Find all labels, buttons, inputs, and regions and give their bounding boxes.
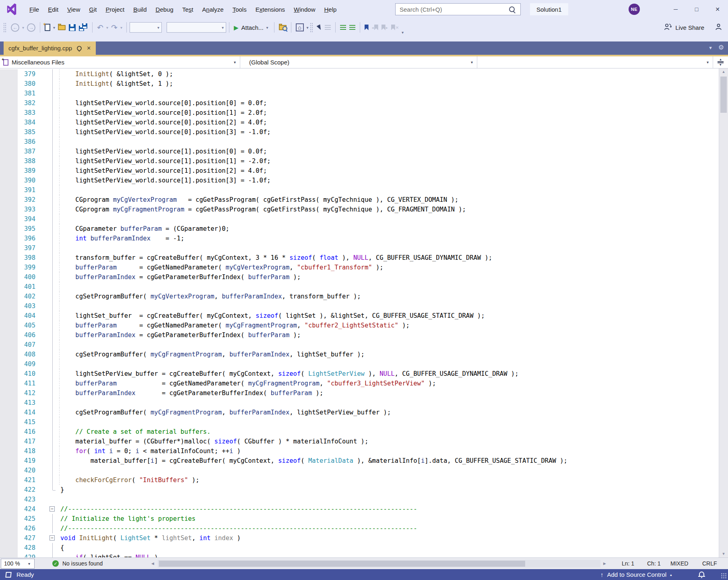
code-line[interactable]: 411 bufferParam = cgGetNamedParameter( m… (0, 379, 728, 388)
scroll-up-icon[interactable]: ▲ (719, 68, 728, 75)
menu-file[interactable]: File (25, 4, 43, 15)
new-file-button[interactable]: ✶ (43, 21, 52, 34)
fold-toggle[interactable]: − (49, 506, 55, 512)
document-list-dropdown-icon[interactable]: ▾ (709, 45, 712, 50)
menu-test[interactable]: Test (178, 4, 198, 15)
solution-explorer-home-button[interactable]: ⌂ (294, 21, 305, 34)
code-line[interactable]: 426//-----------------------------------… (0, 524, 728, 533)
code-line[interactable]: 394 (0, 214, 728, 224)
vertical-scrollbar[interactable]: ▲ ▼ (719, 68, 728, 557)
attach-dropdown[interactable]: ▾ (266, 25, 268, 30)
indicator-margin[interactable] (0, 185, 18, 195)
indicator-margin[interactable] (0, 437, 18, 446)
code-line[interactable]: 401 (0, 282, 728, 292)
indicator-margin[interactable] (0, 359, 18, 369)
indicator-margin[interactable] (0, 224, 18, 234)
indicator-margin[interactable] (0, 379, 18, 388)
search-input[interactable] (396, 6, 509, 13)
scope-dropdown[interactable]: (Global Scope) ▾ (240, 56, 477, 68)
code-area[interactable]: 379 InitLight( &lightSet, 0 );380 InitLi… (0, 68, 728, 557)
close-button[interactable]: ✕ (707, 0, 728, 19)
undo-dropdown[interactable]: ▾ (106, 25, 108, 30)
toolbar-drag-handle[interactable] (310, 23, 313, 32)
menu-project[interactable]: Project (101, 4, 129, 15)
clear-bookmarks-button[interactable]: ✕ (390, 21, 400, 34)
tab-cgfx-buffer-lighting[interactable]: cgfx_buffer_lighting.cpp ✕ (4, 41, 96, 55)
code-line[interactable]: 409 (0, 359, 728, 369)
menu-window[interactable]: Window (289, 4, 320, 15)
indicator-margin[interactable] (0, 369, 18, 379)
properties-list-button[interactable] (323, 21, 332, 34)
menu-help[interactable]: Help (320, 4, 341, 15)
menu-tools[interactable]: Tools (228, 4, 251, 15)
feedback-icon[interactable] (715, 23, 722, 32)
indicator-margin[interactable] (0, 69, 18, 79)
indicator-margin[interactable] (0, 176, 18, 185)
code-line[interactable]: 414 cgSetProgramBuffer( myCgFragmentProg… (0, 408, 728, 417)
code-line[interactable]: 397 (0, 243, 728, 253)
indicator-margin[interactable] (0, 311, 18, 321)
editor[interactable]: 379 InitLight( &lightSet, 0 );380 InitLi… (0, 68, 728, 557)
code-line[interactable]: 420 (0, 466, 728, 475)
code-line[interactable]: 402 cgSetProgramBuffer( myCgVertexProgra… (0, 292, 728, 301)
code-line[interactable]: 399 bufferParam = cgGetNamedParameter( m… (0, 263, 728, 272)
search-box[interactable] (395, 3, 521, 15)
code-line[interactable]: 407 (0, 340, 728, 350)
undo-button[interactable]: ↶ (95, 21, 105, 34)
indicator-margin[interactable] (0, 495, 18, 504)
previous-bookmark-button[interactable]: ◂ (370, 21, 380, 34)
indicator-margin[interactable] (0, 108, 18, 118)
menu-analyze[interactable]: Analyze (198, 4, 228, 15)
menu-extensions[interactable]: Extensions (251, 4, 289, 15)
code-line[interactable]: 389 lightSetPerView_world.source[1].posi… (0, 166, 728, 176)
indicator-margin[interactable] (0, 340, 18, 350)
toggle-bookmark-button[interactable] (363, 21, 370, 34)
background-tasks-icon[interactable] (5, 572, 11, 578)
code-line[interactable]: 379 InitLight( &lightSet, 0 ); (0, 69, 728, 79)
indicator-margin[interactable] (0, 408, 18, 417)
minimize-button[interactable]: ─ (665, 0, 686, 19)
indicator-margin[interactable] (0, 466, 18, 475)
bell-icon[interactable] (699, 572, 704, 576)
code-line[interactable]: 391 (0, 185, 728, 195)
indicator-margin[interactable] (0, 485, 18, 495)
platform-combo[interactable]: ▾ (167, 22, 226, 33)
indicator-margin[interactable] (0, 243, 18, 253)
toolbar-drag-handle[interactable] (3, 23, 7, 32)
horizontal-scrollbar-thumb[interactable] (159, 561, 525, 567)
add-to-source-control-button[interactable]: ↑ Add to Source Control ▴ (600, 571, 672, 578)
indicator-margin[interactable] (0, 388, 18, 398)
navigate-back-dropdown[interactable]: ▾ (22, 25, 24, 30)
indicator-margin[interactable] (0, 446, 18, 456)
vertical-scrollbar-thumb[interactable] (720, 77, 727, 113)
indicator-margin[interactable] (0, 553, 18, 557)
indicator-margin[interactable] (0, 214, 18, 224)
solution-badge[interactable]: Solution1 (530, 3, 568, 15)
indicator-margin[interactable] (0, 253, 18, 263)
code-line[interactable]: 386 (0, 137, 728, 147)
menu-edit[interactable]: Edit (43, 4, 63, 15)
code-line[interactable]: 381 (0, 89, 728, 98)
code-line[interactable]: 415 (0, 417, 728, 427)
save-all-button[interactable] (77, 21, 89, 34)
menu-debug[interactable]: Debug (151, 4, 178, 15)
save-button[interactable] (67, 21, 77, 34)
menu-view[interactable]: View (63, 4, 85, 15)
code-line[interactable]: 429 if( lightSet == NULL ) (0, 553, 728, 557)
home-dropdown[interactable]: ▾ (307, 25, 309, 30)
navigate-back-button[interactable]: ← (9, 21, 21, 34)
indicator-margin[interactable] (0, 524, 18, 533)
indicator-margin[interactable] (0, 427, 18, 437)
indicator-margin[interactable] (0, 98, 18, 108)
issues-status[interactable]: No issues found (62, 560, 103, 567)
gear-icon[interactable]: ⚙ (718, 44, 724, 51)
indicator-margin[interactable] (0, 137, 18, 147)
code-line[interactable]: 400 bufferParamIndex = cgGetParameterBuf… (0, 272, 728, 282)
code-line[interactable]: 405 bufferParam = cgGetNamedParameter( m… (0, 321, 728, 330)
indicator-margin[interactable] (0, 118, 18, 127)
redo-button[interactable]: ↷ (109, 21, 119, 34)
member-dropdown[interactable]: ▾ (477, 56, 713, 68)
code-line[interactable]: 404 lightSet_buffer = cgCreateBuffer( my… (0, 311, 728, 321)
code-line[interactable]: 383 lightSetPerView_world.source[0].posi… (0, 108, 728, 118)
indicator-margin[interactable] (0, 456, 18, 466)
